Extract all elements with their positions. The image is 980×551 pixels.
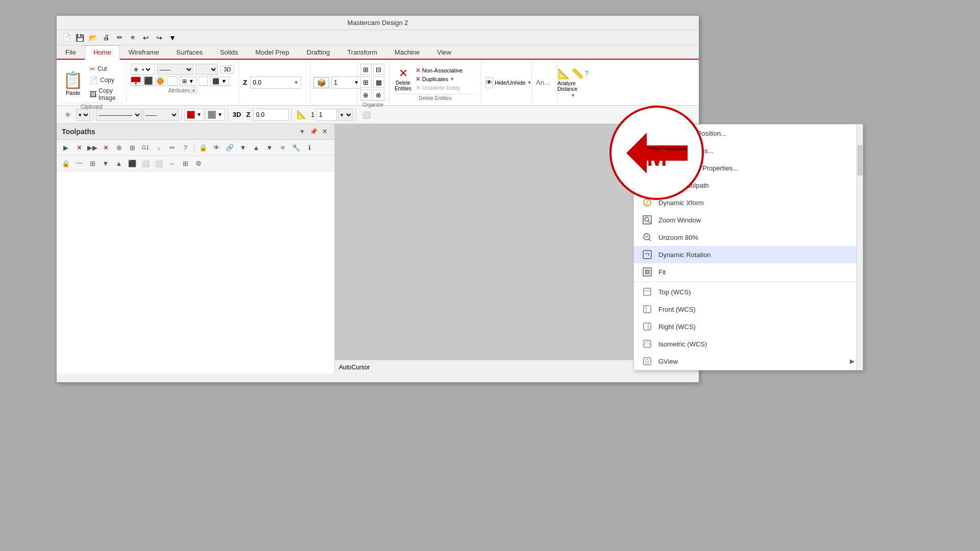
- menu-fit[interactable]: Fit: [634, 263, 863, 281]
- panel-link-btn[interactable]: 🔗: [224, 141, 236, 154]
- panel-box-btn[interactable]: ⬜: [153, 157, 165, 169]
- panel-up-btn[interactable]: ▲: [250, 141, 262, 154]
- z-dropdown-btn[interactable]: ▼: [291, 80, 301, 85]
- save-button[interactable]: 💾: [74, 32, 85, 43]
- pattern-btn[interactable]: [167, 77, 178, 86]
- panel-grid-btn[interactable]: ⊞: [86, 157, 99, 169]
- panel-list-btn[interactable]: ≡: [277, 141, 289, 154]
- view-cube-btn[interactable]: ⬜: [359, 108, 373, 122]
- tab-machine[interactable]: Machine: [386, 45, 428, 59]
- hide-unhide-button[interactable]: 👁 Hide/Unhide ▼: [485, 77, 527, 88]
- cut-button[interactable]: ✂ Cut: [87, 64, 122, 74]
- organize-btn-4[interactable]: ▦: [373, 77, 384, 88]
- menu-isometric-wcs[interactable]: Isometric (WCS): [634, 335, 863, 353]
- line-width-select[interactable]: [195, 64, 218, 75]
- tab-surfaces[interactable]: Surfaces: [168, 45, 211, 59]
- level-btn[interactable]: ⬛: [143, 77, 153, 86]
- menu-zoom-window[interactable]: Zoom Window: [634, 211, 863, 229]
- panel-eye-btn[interactable]: 👁: [210, 141, 223, 154]
- color-swatch-tb[interactable]: ▼: [184, 109, 204, 121]
- color-btn-2[interactable]: ⬛ ▼: [210, 77, 229, 86]
- undo-button[interactable]: ↩: [140, 32, 152, 43]
- panel-layer-lock-btn[interactable]: 🔒: [60, 157, 72, 169]
- panel-lock-btn[interactable]: 🔒: [197, 141, 209, 154]
- panel-down2-btn[interactable]: ▼: [263, 141, 276, 154]
- menu-scrollbar[interactable]: [856, 124, 863, 370]
- panel-pin-btn[interactable]: 📌: [309, 127, 318, 136]
- transfer-btn[interactable]: [199, 77, 208, 86]
- panel-edit-btn[interactable]: ✏: [166, 141, 178, 154]
- organize-btn-6[interactable]: ⊗: [373, 89, 384, 101]
- line-style-select[interactable]: ——: [157, 64, 193, 75]
- print-button[interactable]: 🖨: [101, 32, 112, 43]
- delete-entities-button[interactable]: ✕ Delete Entities: [394, 66, 412, 92]
- line-width-tb[interactable]: ——: [143, 109, 179, 121]
- menu-right-wcs[interactable]: Right (WCS): [634, 318, 863, 335]
- level-dropdown-tb[interactable]: ▾: [338, 109, 353, 121]
- undelete-entity-button[interactable]: ✕ Undelete Entity: [415, 84, 462, 91]
- panel-select-x-btn[interactable]: ✕: [73, 141, 85, 154]
- tab-solids[interactable]: Solids: [211, 45, 247, 59]
- panel-regen-btn[interactable]: ▶▶: [86, 141, 99, 154]
- select-dropdown[interactable]: ▾: [76, 109, 90, 121]
- paste-button[interactable]: 📋 Paste: [61, 68, 85, 98]
- panel-obj-btn[interactable]: ⬛: [126, 157, 138, 169]
- panel-tool-btn[interactable]: 🔧: [290, 141, 302, 154]
- panel-add-btn[interactable]: ⊕: [113, 141, 125, 154]
- menu-top-wcs[interactable]: Top (WCS): [634, 283, 863, 300]
- panel-toggle-btn[interactable]: ▼: [237, 141, 249, 154]
- panel-down3-btn[interactable]: ▼: [100, 157, 112, 169]
- sphere-btn[interactable]: [155, 77, 165, 86]
- level-input[interactable]: [332, 79, 352, 86]
- menu-front-wcs[interactable]: Front (WCS): [634, 300, 863, 318]
- redo-button[interactable]: ↪: [154, 32, 165, 43]
- panel-regen-x-btn[interactable]: ✕: [100, 141, 112, 154]
- non-associative-button[interactable]: ✕ Non-Associative: [415, 67, 462, 74]
- panel-down-btn[interactable]: ↓: [153, 141, 165, 154]
- planes-btn[interactable]: 📐: [295, 108, 309, 122]
- z-value-tb[interactable]: [253, 109, 289, 121]
- panel-sq-btn[interactable]: ⬜: [139, 157, 152, 169]
- commands-button[interactable]: ≡: [127, 32, 138, 43]
- organize-btn-3[interactable]: ⊞: [360, 77, 372, 88]
- grid-btn[interactable]: ⊞ ▼: [180, 77, 197, 86]
- point-style-select[interactable]: •: [140, 66, 152, 73]
- analyze-distance-button[interactable]: 📐 📏 ? Analyze Distance ▼: [557, 67, 589, 98]
- tab-view[interactable]: View: [428, 45, 460, 59]
- panel-select-btn[interactable]: ▶: [60, 141, 72, 154]
- panel-info-btn[interactable]: ℹ: [303, 141, 315, 154]
- menu-unzoom[interactable]: Unzoom 80%: [634, 229, 863, 246]
- panel-help-btn[interactable]: ?: [179, 141, 191, 154]
- tab-home[interactable]: Home: [85, 45, 120, 60]
- panel-minimize-btn[interactable]: ▼: [298, 127, 307, 136]
- open-button[interactable]: 📂: [87, 32, 99, 43]
- panel-gear-btn[interactable]: ⚙: [192, 157, 205, 169]
- duplicates-button[interactable]: ✕ Duplicates ▼: [415, 76, 462, 83]
- panel-resize-btn[interactable]: ↔: [166, 157, 178, 169]
- panel-arrows-btn[interactable]: ⊞: [179, 157, 191, 169]
- panel-up2-btn[interactable]: ▲: [113, 157, 125, 169]
- level-icon-btn[interactable]: 📦: [313, 77, 329, 88]
- tab-wireframe[interactable]: Wireframe: [120, 45, 168, 59]
- color-swatch-tb2[interactable]: ▼: [205, 109, 225, 121]
- menu-dynamic-rotation[interactable]: Dynamic Rotation: [634, 246, 863, 263]
- tab-file[interactable]: File: [57, 45, 85, 59]
- level-value-tb[interactable]: [316, 109, 337, 121]
- copy-image-button[interactable]: 🖼 Copy Image: [87, 86, 122, 103]
- panel-wave-btn[interactable]: 〰: [73, 157, 85, 169]
- more-button[interactable]: ▼: [167, 32, 178, 43]
- organize-btn-1[interactable]: ⊞: [360, 64, 372, 75]
- new-file-button[interactable]: 📄: [61, 32, 72, 43]
- panel-close-btn[interactable]: ✕: [320, 127, 329, 136]
- organize-btn-5[interactable]: ⊕: [360, 89, 372, 101]
- z-coord-input[interactable]: [251, 79, 291, 86]
- mode-3d-button[interactable]: 3D: [220, 65, 234, 73]
- tab-drafting[interactable]: Drafting: [298, 45, 339, 59]
- color-expand-1[interactable]: ▼: [131, 77, 141, 86]
- panel-expand-btn[interactable]: ⊞: [126, 141, 138, 154]
- edit-button[interactable]: ✏: [114, 32, 125, 43]
- menu-gview[interactable]: G GView ▶: [634, 353, 863, 370]
- panel-g1-btn[interactable]: G1: [139, 141, 152, 154]
- copy-button[interactable]: 📄 Copy: [87, 75, 122, 85]
- line-style-tb[interactable]: ——————: [96, 109, 142, 121]
